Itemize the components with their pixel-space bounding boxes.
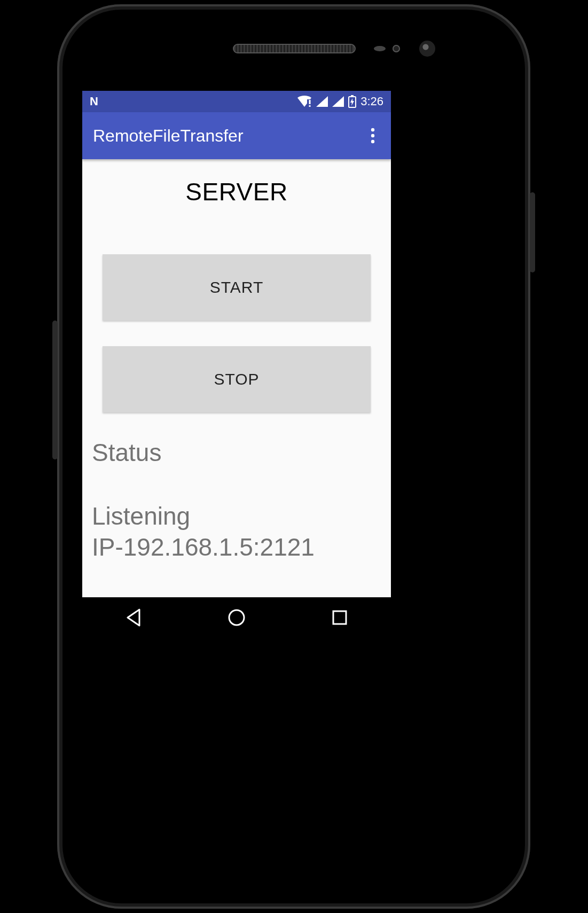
page-title: SERVER: [92, 177, 381, 206]
svg-rect-2: [309, 105, 311, 107]
phone-volume-rocker: [52, 321, 58, 459]
content-area: SERVER START STOP Status Listening IP-19…: [82, 159, 391, 563]
svg-point-8: [229, 610, 244, 625]
back-icon: [126, 608, 142, 627]
phone-sensor: [393, 45, 400, 52]
nav-home-button[interactable]: [211, 603, 262, 632]
navigation-bar: [82, 597, 391, 637]
more-vert-icon: [371, 128, 375, 144]
svg-rect-9: [333, 611, 346, 624]
phone-power-button: [530, 192, 535, 272]
svg-point-5: [371, 128, 374, 131]
status-section: Status Listening IP-192.168.1.5:2121: [92, 438, 381, 563]
status-clock: 3:26: [360, 95, 383, 108]
phone-sensor: [374, 46, 386, 51]
home-icon: [228, 608, 246, 627]
svg-point-7: [371, 140, 374, 143]
nav-recents-button[interactable]: [316, 604, 364, 631]
status-text: Listening IP-192.168.1.5:2121: [92, 501, 381, 563]
app-bar: RemoteFileTransfer: [82, 112, 391, 159]
status-label: Status: [92, 438, 381, 467]
status-bar: N: [82, 91, 391, 112]
wifi-alert-icon: [297, 96, 312, 107]
svg-rect-1: [309, 100, 311, 104]
app-title: RemoteFileTransfer: [93, 126, 244, 146]
svg-rect-4: [351, 95, 354, 97]
recents-icon: [332, 610, 348, 626]
nav-back-button[interactable]: [109, 603, 158, 632]
signal-icon: [316, 96, 328, 107]
battery-charging-icon: [348, 95, 356, 108]
overflow-menu-button[interactable]: [365, 122, 380, 149]
svg-point-6: [371, 134, 374, 137]
android-n-indicator: N: [90, 95, 98, 108]
stop-button[interactable]: STOP: [103, 346, 371, 412]
start-button[interactable]: START: [103, 254, 371, 321]
screen: N: [82, 91, 391, 637]
status-bar-right: 3:26: [297, 95, 391, 108]
phone-front-camera: [419, 41, 435, 57]
signal-icon: [332, 96, 344, 107]
phone-earpiece: [233, 44, 356, 53]
